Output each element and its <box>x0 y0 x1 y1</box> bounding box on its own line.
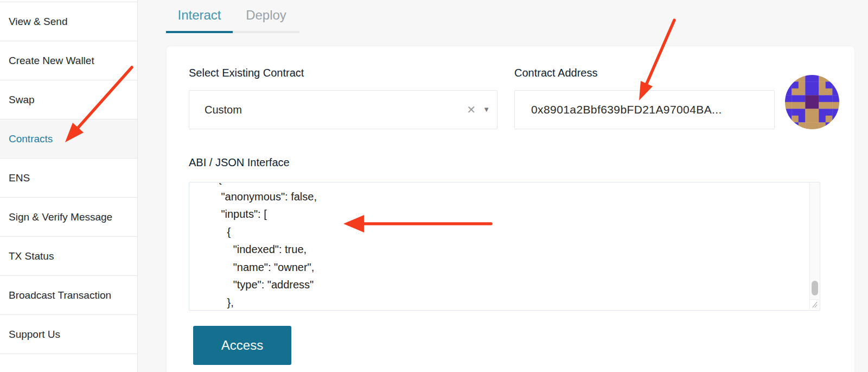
interact-contract-card: Select Existing Contract Custom ✕ ▼ Cont… <box>167 46 854 372</box>
select-existing-contract-label: Select Existing Contract <box>189 67 304 79</box>
tab-deploy-underline <box>233 31 299 33</box>
abi-scrollbar-thumb[interactable] <box>812 281 818 295</box>
abi-textarea-content: { "anonymous": false, "inputs": [ { "ind… <box>190 183 809 310</box>
identicon-blocks <box>785 75 839 129</box>
contract-tabs: Interact Deploy <box>166 4 299 31</box>
contract-address-input[interactable]: 0x8901a2Bbf639bFD21A97004BA... <box>514 90 775 129</box>
select-existing-contract-dropdown[interactable]: Custom ✕ ▼ <box>189 90 497 129</box>
abi-json-textarea[interactable]: { "anonymous": false, "inputs": [ { "ind… <box>189 182 820 311</box>
clear-selection-icon[interactable]: ✕ <box>467 91 476 129</box>
resize-grip-icon <box>810 300 819 309</box>
tab-deploy[interactable]: Deploy <box>233 4 299 31</box>
abi-resize-handle[interactable] <box>809 299 819 310</box>
chevron-down-icon[interactable]: ▼ <box>483 91 490 129</box>
sidebar-nav: View & Send Create New Wallet Swap Contr… <box>0 2 137 354</box>
address-identicon-avatar <box>785 75 839 129</box>
sidebar-item-contracts[interactable]: Contracts <box>0 119 137 159</box>
tab-interact-label: Interact <box>177 8 221 22</box>
sidebar-item-ens[interactable]: ENS <box>0 159 137 198</box>
sidebar-item-broadcast-transaction[interactable]: Broadcast Transaction <box>0 276 137 315</box>
tab-interact[interactable]: Interact <box>166 4 233 31</box>
sidebar-item-sign-verify-message[interactable]: Sign & Verify Message <box>0 198 137 237</box>
tab-deploy-label: Deploy <box>246 8 286 22</box>
abi-scrollbar-track[interactable] <box>809 183 819 300</box>
access-button[interactable]: Access <box>193 326 291 365</box>
abi-json-text: { "anonymous": false, "inputs": [ { "ind… <box>197 183 317 310</box>
contract-address-value: 0x8901a2Bbf639bFD21A97004BA... <box>531 91 722 129</box>
sidebar-item-support-us[interactable]: Support Us <box>0 315 137 354</box>
abi-json-interface-label: ABI / JSON Interface <box>189 156 290 169</box>
sidebar: View & Send Create New Wallet Swap Contr… <box>0 0 138 372</box>
sidebar-item-tx-status[interactable]: TX Status <box>0 237 137 276</box>
sidebar-item-view-send[interactable]: View & Send <box>0 2 137 41</box>
identicon-grid <box>785 75 839 129</box>
contract-address-label: Contract Address <box>514 67 597 79</box>
select-existing-contract-value: Custom <box>205 91 242 129</box>
tab-interact-underline <box>166 31 233 33</box>
sidebar-item-swap[interactable]: Swap <box>0 80 137 119</box>
sidebar-item-create-new-wallet[interactable]: Create New Wallet <box>0 41 137 80</box>
